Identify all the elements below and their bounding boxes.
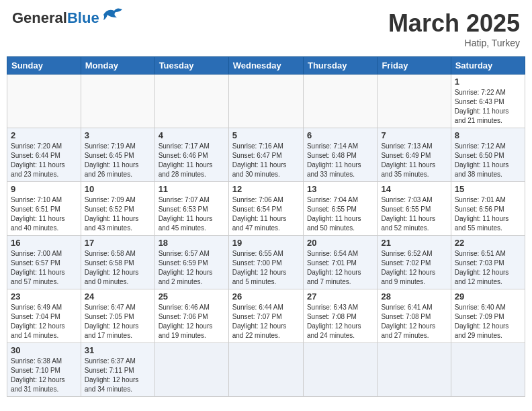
weekday-header-monday: Monday bbox=[81, 57, 154, 75]
calendar-cell bbox=[451, 343, 525, 397]
calendar-cell: 30Sunrise: 6:38 AM Sunset: 7:10 PM Dayli… bbox=[7, 343, 81, 397]
day-info: Sunrise: 7:06 AM Sunset: 6:54 PM Dayligh… bbox=[232, 195, 300, 233]
day-info: Sunrise: 6:51 AM Sunset: 7:03 PM Dayligh… bbox=[455, 249, 521, 287]
day-number: 6 bbox=[307, 130, 373, 140]
day-number: 28 bbox=[381, 291, 447, 302]
day-number: 11 bbox=[159, 184, 225, 194]
day-info: Sunrise: 6:43 AM Sunset: 7:08 PM Dayligh… bbox=[307, 303, 373, 340]
weekday-header-friday: Friday bbox=[378, 57, 451, 75]
calendar-subtitle: Hatip, Turkey bbox=[388, 38, 520, 48]
week-row-6: 30Sunrise: 6:38 AM Sunset: 7:10 PM Dayli… bbox=[7, 343, 525, 397]
day-info: Sunrise: 7:10 AM Sunset: 6:51 PM Dayligh… bbox=[11, 195, 77, 233]
day-number: 27 bbox=[307, 291, 373, 302]
calendar-cell bbox=[228, 75, 303, 128]
title-area: March 2025 Hatip, Turkey bbox=[388, 9, 520, 48]
calendar-cell: 31Sunrise: 6:37 AM Sunset: 7:11 PM Dayli… bbox=[81, 343, 154, 397]
day-info: Sunrise: 7:13 AM Sunset: 6:49 PM Dayligh… bbox=[381, 142, 447, 179]
day-info: Sunrise: 7:16 AM Sunset: 6:47 PM Dayligh… bbox=[232, 142, 300, 179]
day-number: 29 bbox=[455, 291, 521, 302]
day-info: Sunrise: 6:37 AM Sunset: 7:11 PM Dayligh… bbox=[85, 357, 151, 394]
day-number: 13 bbox=[307, 184, 373, 194]
day-number: 22 bbox=[455, 238, 521, 248]
day-number: 30 bbox=[11, 345, 77, 355]
day-number: 5 bbox=[232, 130, 300, 140]
calendar-cell: 2Sunrise: 7:20 AM Sunset: 6:44 PM Daylig… bbox=[7, 128, 81, 182]
day-info: Sunrise: 6:49 AM Sunset: 7:04 PM Dayligh… bbox=[11, 303, 77, 340]
calendar-table: SundayMondayTuesdayWednesdayThursdayFrid… bbox=[7, 56, 525, 397]
calendar-cell: 15Sunrise: 7:01 AM Sunset: 6:56 PM Dayli… bbox=[451, 182, 525, 236]
weekday-header-row: SundayMondayTuesdayWednesdayThursdayFrid… bbox=[7, 57, 525, 75]
calendar-cell bbox=[81, 75, 154, 128]
calendar-cell: 13Sunrise: 7:04 AM Sunset: 6:55 PM Dayli… bbox=[303, 182, 377, 236]
day-number: 4 bbox=[159, 130, 225, 140]
calendar-cell bbox=[303, 343, 377, 397]
calendar-cell: 21Sunrise: 6:52 AM Sunset: 7:02 PM Dayli… bbox=[378, 236, 451, 289]
logo-general-text: General bbox=[12, 9, 67, 27]
calendar-cell bbox=[228, 343, 303, 397]
calendar-cell: 19Sunrise: 6:55 AM Sunset: 7:00 PM Dayli… bbox=[228, 236, 303, 289]
calendar-cell: 24Sunrise: 6:47 AM Sunset: 7:05 PM Dayli… bbox=[81, 289, 154, 343]
calendar-cell: 11Sunrise: 7:07 AM Sunset: 6:53 PM Dayli… bbox=[154, 182, 228, 236]
calendar-cell bbox=[154, 75, 228, 128]
day-info: Sunrise: 6:52 AM Sunset: 7:02 PM Dayligh… bbox=[381, 249, 447, 287]
week-row-1: 1Sunrise: 7:22 AM Sunset: 6:43 PM Daylig… bbox=[7, 75, 525, 128]
day-info: Sunrise: 7:07 AM Sunset: 6:53 PM Dayligh… bbox=[159, 195, 225, 233]
calendar-cell: 20Sunrise: 6:54 AM Sunset: 7:01 PM Dayli… bbox=[303, 236, 377, 289]
day-info: Sunrise: 7:20 AM Sunset: 6:44 PM Dayligh… bbox=[11, 142, 77, 179]
day-number: 2 bbox=[11, 130, 77, 140]
calendar-cell: 9Sunrise: 7:10 AM Sunset: 6:51 PM Daylig… bbox=[7, 182, 81, 236]
calendar-cell: 18Sunrise: 6:57 AM Sunset: 6:59 PM Dayli… bbox=[154, 236, 228, 289]
week-row-2: 2Sunrise: 7:20 AM Sunset: 6:44 PM Daylig… bbox=[7, 128, 525, 182]
day-info: Sunrise: 6:57 AM Sunset: 6:59 PM Dayligh… bbox=[159, 249, 225, 287]
day-info: Sunrise: 6:58 AM Sunset: 6:58 PM Dayligh… bbox=[85, 249, 151, 287]
day-info: Sunrise: 6:55 AM Sunset: 7:00 PM Dayligh… bbox=[232, 249, 300, 287]
day-info: Sunrise: 6:54 AM Sunset: 7:01 PM Dayligh… bbox=[307, 249, 373, 287]
day-info: Sunrise: 7:09 AM Sunset: 6:52 PM Dayligh… bbox=[85, 195, 151, 233]
day-number: 10 bbox=[85, 184, 151, 194]
calendar-cell: 23Sunrise: 6:49 AM Sunset: 7:04 PM Dayli… bbox=[7, 289, 81, 343]
day-number: 17 bbox=[85, 238, 151, 248]
calendar-cell: 22Sunrise: 6:51 AM Sunset: 7:03 PM Dayli… bbox=[451, 236, 525, 289]
day-info: Sunrise: 6:38 AM Sunset: 7:10 PM Dayligh… bbox=[11, 357, 77, 394]
week-row-5: 23Sunrise: 6:49 AM Sunset: 7:04 PM Dayli… bbox=[7, 289, 525, 343]
day-number: 31 bbox=[85, 345, 151, 355]
calendar-cell bbox=[154, 343, 228, 397]
day-number: 14 bbox=[381, 184, 447, 194]
day-info: Sunrise: 7:14 AM Sunset: 6:48 PM Dayligh… bbox=[307, 142, 373, 179]
calendar-cell: 7Sunrise: 7:13 AM Sunset: 6:49 PM Daylig… bbox=[378, 128, 451, 182]
day-number: 12 bbox=[232, 184, 300, 194]
calendar-cell: 4Sunrise: 7:17 AM Sunset: 6:46 PM Daylig… bbox=[154, 128, 228, 182]
day-number: 9 bbox=[11, 184, 77, 194]
day-number: 20 bbox=[307, 238, 373, 248]
calendar-cell bbox=[7, 75, 81, 128]
calendar-cell: 10Sunrise: 7:09 AM Sunset: 6:52 PM Dayli… bbox=[81, 182, 154, 236]
day-number: 7 bbox=[381, 130, 447, 140]
day-number: 26 bbox=[232, 291, 300, 302]
calendar-cell bbox=[378, 343, 451, 397]
logo-area: General Blue bbox=[12, 9, 126, 27]
calendar-cell: 27Sunrise: 6:43 AM Sunset: 7:08 PM Dayli… bbox=[303, 289, 377, 343]
day-info: Sunrise: 7:17 AM Sunset: 6:46 PM Dayligh… bbox=[159, 142, 225, 179]
day-info: Sunrise: 6:40 AM Sunset: 7:09 PM Dayligh… bbox=[455, 303, 521, 340]
day-info: Sunrise: 7:12 AM Sunset: 6:50 PM Dayligh… bbox=[455, 142, 521, 179]
header: General Blue March 2025 Hatip, Turkey bbox=[7, 7, 525, 51]
weekday-header-tuesday: Tuesday bbox=[154, 57, 228, 75]
day-number: 24 bbox=[85, 291, 151, 302]
weekday-header-thursday: Thursday bbox=[303, 57, 377, 75]
calendar-cell: 12Sunrise: 7:06 AM Sunset: 6:54 PM Dayli… bbox=[228, 182, 303, 236]
calendar-cell: 14Sunrise: 7:03 AM Sunset: 6:55 PM Dayli… bbox=[378, 182, 451, 236]
day-number: 21 bbox=[381, 238, 447, 248]
day-number: 25 bbox=[159, 291, 225, 302]
week-row-3: 9Sunrise: 7:10 AM Sunset: 6:51 PM Daylig… bbox=[7, 182, 525, 236]
calendar-cell: 5Sunrise: 7:16 AM Sunset: 6:47 PM Daylig… bbox=[228, 128, 303, 182]
calendar-cell: 16Sunrise: 7:00 AM Sunset: 6:57 PM Dayli… bbox=[7, 236, 81, 289]
calendar-cell: 8Sunrise: 7:12 AM Sunset: 6:50 PM Daylig… bbox=[451, 128, 525, 182]
day-info: Sunrise: 7:19 AM Sunset: 6:45 PM Dayligh… bbox=[85, 142, 151, 179]
calendar-cell: 3Sunrise: 7:19 AM Sunset: 6:45 PM Daylig… bbox=[81, 128, 154, 182]
calendar-cell bbox=[303, 75, 377, 128]
logo-blue-text: Blue bbox=[67, 9, 99, 27]
day-number: 23 bbox=[11, 291, 77, 302]
logo-bird-icon bbox=[102, 5, 126, 24]
calendar-title: March 2025 bbox=[388, 9, 520, 38]
calendar-cell: 1Sunrise: 7:22 AM Sunset: 6:43 PM Daylig… bbox=[451, 75, 525, 128]
